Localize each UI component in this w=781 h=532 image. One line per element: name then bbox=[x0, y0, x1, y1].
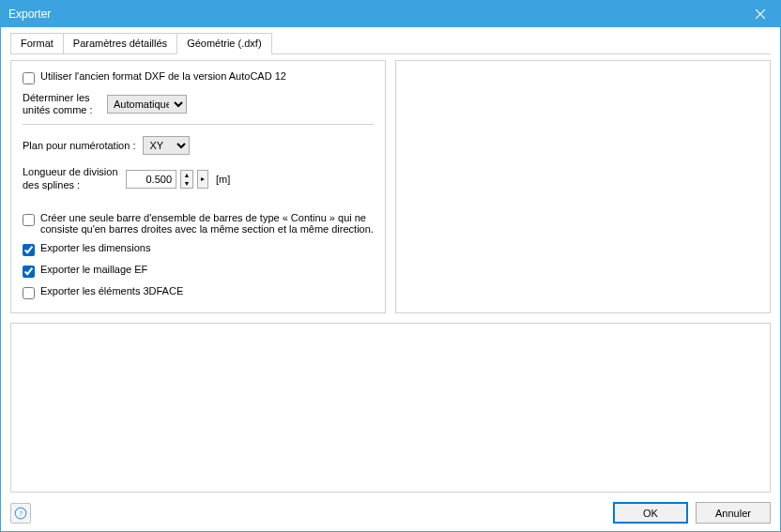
checkbox-export-mesh-label: Exporter le maillage EF bbox=[40, 264, 147, 275]
checkbox-export-3dface[interactable]: Exporter les éléments 3DFACE bbox=[23, 285, 374, 299]
plane-select[interactable]: XY bbox=[143, 136, 190, 155]
checkbox-single-bar-label: Créer une seule barre d'ensemble de barr… bbox=[40, 212, 374, 235]
dialog-window: Exporter Format Paramètres détaillés Géo… bbox=[0, 0, 781, 532]
dialog-body: Format Paramètres détaillés Géométrie (.… bbox=[1, 27, 780, 531]
bottom-panel bbox=[10, 323, 771, 493]
tab-bar: Format Paramètres détaillés Géométrie (.… bbox=[10, 33, 771, 54]
checkbox-export-3dface-label: Exporter les éléments 3DFACE bbox=[40, 285, 183, 296]
plane-label: Plan pour numérotation : bbox=[23, 140, 135, 151]
svg-text:?: ? bbox=[19, 509, 23, 516]
content-row: Utiliser l'ancien format DXF de la versi… bbox=[10, 53, 771, 313]
checkbox-old-dxf-label: Utiliser l'ancien format DXF de la versi… bbox=[40, 70, 286, 82]
tab-format[interactable]: Format bbox=[10, 33, 64, 54]
spline-spin-up[interactable]: ▲ bbox=[181, 171, 192, 179]
units-row: Déterminer les unités comme : Automatiqu… bbox=[23, 92, 374, 116]
options-panel: Utiliser l'ancien format DXF de la versi… bbox=[10, 60, 386, 313]
spline-spin-buttons: ▲ ▼ bbox=[180, 170, 193, 189]
help-icon: ? bbox=[14, 507, 27, 520]
spline-input[interactable] bbox=[126, 170, 176, 189]
divider bbox=[23, 124, 374, 125]
units-label: Déterminer les unités comme : bbox=[23, 92, 107, 116]
window-title: Exporter bbox=[8, 8, 741, 21]
cancel-button[interactable]: Annuler bbox=[696, 502, 771, 524]
preview-panel bbox=[395, 60, 771, 313]
spline-spin-down[interactable]: ▼ bbox=[181, 179, 192, 188]
spline-step-button[interactable]: ▸ bbox=[197, 170, 208, 189]
close-icon bbox=[756, 9, 765, 19]
spline-spinner: ▲ ▼ ▸ [m] bbox=[126, 170, 230, 189]
checkbox-single-bar-input[interactable] bbox=[23, 214, 35, 226]
spline-unit-label: [m] bbox=[216, 174, 230, 185]
spline-row: Longueur de division des splines : ▲ ▼ ▸… bbox=[23, 166, 374, 190]
checkbox-old-dxf[interactable]: Utiliser l'ancien format DXF de la versi… bbox=[23, 70, 374, 84]
checkbox-export-dimensions-label: Exporter les dimensions bbox=[40, 242, 150, 253]
checkbox-export-mesh[interactable]: Exporter le maillage EF bbox=[23, 264, 374, 278]
checkbox-export-dimensions[interactable]: Exporter les dimensions bbox=[23, 242, 374, 256]
checkbox-export-dimensions-input[interactable] bbox=[23, 244, 35, 256]
tab-detailed-params[interactable]: Paramètres détaillés bbox=[63, 33, 177, 54]
spline-label: Longueur de division des splines : bbox=[23, 166, 126, 190]
checkbox-old-dxf-input[interactable] bbox=[23, 72, 35, 84]
close-button[interactable] bbox=[741, 1, 780, 27]
units-select[interactable]: Automatique bbox=[107, 95, 187, 114]
checkbox-single-bar[interactable]: Créer une seule barre d'ensemble de barr… bbox=[23, 212, 374, 235]
titlebar: Exporter bbox=[1, 1, 780, 27]
checkbox-export-3dface-input[interactable] bbox=[23, 287, 35, 299]
tab-geometry[interactable]: Géométrie (.dxf) bbox=[176, 33, 271, 54]
ok-button[interactable]: OK bbox=[613, 502, 688, 524]
help-button[interactable]: ? bbox=[10, 503, 31, 524]
footer: ? OK Annuler bbox=[10, 493, 771, 524]
plane-row: Plan pour numérotation : XY bbox=[23, 136, 374, 155]
checkbox-export-mesh-input[interactable] bbox=[23, 266, 35, 278]
